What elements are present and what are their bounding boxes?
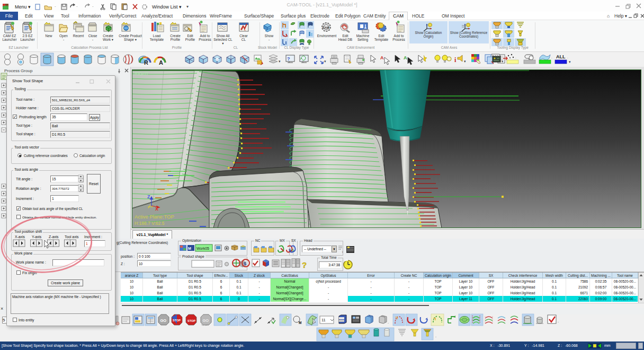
svg-text:M: M: [299, 321, 301, 325]
svg-text:Window List ▾: Window List ▾: [152, 4, 182, 10]
svg-text:▾: ▾: [502, 59, 504, 63]
svg-text:.: .: [388, 320, 389, 324]
svg-text:S: S: [292, 249, 294, 252]
svg-text:▾: ▾: [324, 59, 326, 63]
svg-text:ALL: ALL: [556, 54, 566, 59]
svg-text:GO: GO: [203, 318, 209, 323]
svg-text:11: 11: [321, 318, 326, 322]
svg-text:A: A: [380, 55, 384, 60]
svg-text:A: A: [159, 59, 163, 66]
svg-text:RIGHT: RIGHT: [135, 71, 148, 76]
svg-text:A: A: [404, 55, 407, 60]
svg-text:.: .: [435, 334, 436, 338]
svg-text:▾: ▾: [279, 59, 281, 63]
svg-text:STOP: STOP: [173, 319, 181, 322]
svg-text:i: i: [454, 56, 457, 64]
svg-text:▾: ▾: [464, 59, 466, 63]
svg-text:R: R: [144, 59, 148, 66]
svg-text:.: .: [551, 56, 552, 59]
svg-text:M: M: [188, 247, 191, 250]
svg-text:.: .: [534, 56, 535, 59]
svg-text:X: X: [155, 206, 158, 212]
svg-text:-: -: [92, 4, 94, 8]
svg-text:.: .: [558, 319, 559, 323]
svg-text:▾: ▾: [569, 60, 571, 64]
svg-text:-: -: [76, 4, 78, 8]
svg-text:.: .: [567, 56, 568, 59]
svg-text:Menu ▾: Menu ▾: [15, 4, 31, 10]
svg-text:i: i: [342, 250, 343, 253]
svg-text:.: .: [515, 56, 516, 59]
svg-text:Work05: Work05: [196, 247, 209, 250]
svg-text:?: ?: [302, 260, 307, 269]
svg-text:Active Plane:TOP: Active Plane:TOP: [135, 214, 174, 220]
svg-text:STOP: STOP: [187, 319, 195, 322]
svg-text:GO: GO: [160, 318, 167, 323]
svg-text:▾: ▾: [186, 4, 189, 9]
svg-text:S: S: [244, 261, 247, 266]
svg-text:-: -: [55, 4, 56, 8]
svg-text:?: ?: [287, 56, 290, 62]
svg-text:CAM: CAM: [323, 26, 329, 29]
svg-text:Z: Z: [147, 194, 150, 199]
svg-text:H:188.7 V:62.5: H:188.7 V:62.5: [135, 221, 165, 226]
